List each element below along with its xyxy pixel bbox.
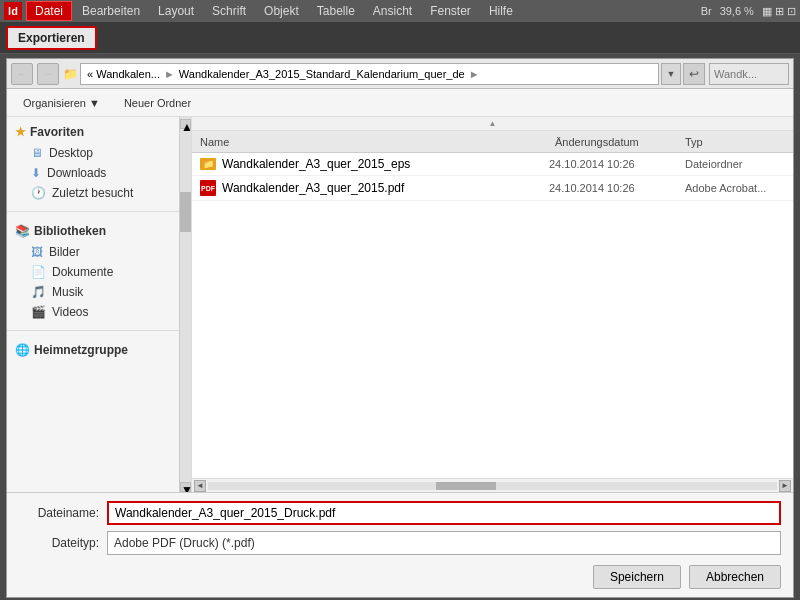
filetype-label: Dateityp: [19,536,99,550]
pdf-file-icon: PDF [200,180,216,196]
nav-search-input[interactable] [709,63,789,85]
organize-toolbar: Organisieren ▼ Neuer Ordner [7,89,793,117]
zoom-level: 39,6 % [720,5,754,17]
export-dialog: ← → 📁 « Wandkalen... ► Wandkalender_A3_2… [6,58,794,598]
back-button[interactable]: ← [11,63,33,85]
app-icon: Id [4,2,22,20]
col-name-header[interactable]: Name [200,136,555,148]
filename-label: Dateiname: [19,506,99,520]
menu-layout[interactable]: Layout [150,2,202,20]
sidebar-item-videos[interactable]: 🎬 Videos [7,302,191,322]
col-date-header[interactable]: Änderungsdatum [555,136,685,148]
menu-bearbeiten[interactable]: Bearbeiten [74,2,148,20]
table-row[interactable]: PDF Wandkalender_A3_quer_2015.pdf 24.10.… [192,176,793,201]
sidebar-music-label: Musik [52,285,83,299]
breadcrumb-arrow: ► [469,68,480,80]
col-type-header[interactable]: Typ [685,136,785,148]
libraries-label: Bibliotheken [34,224,106,238]
file-date-2: 24.10.2014 10:26 [549,182,679,194]
file-name-2: Wandkalender_A3_quer_2015.pdf [222,181,543,195]
doc-icon: 📄 [31,265,46,279]
menu-bar: Id Datei Bearbeiten Layout Schrift Objek… [0,0,800,22]
hscroll-thumb[interactable] [436,482,496,490]
breadcrumb-short: « Wandkalen... [87,68,160,80]
breadcrumb-full: Wandkalender_A3_2015_Standard_Kalendariu… [179,68,465,80]
menu-schrift[interactable]: Schrift [204,2,254,20]
bottom-buttons: Speichern Abbrechen [19,561,781,589]
sidebar-item-music[interactable]: 🎵 Musik [7,282,191,302]
sidebar-item-documents[interactable]: 📄 Dokumente [7,262,191,282]
menu-fenster[interactable]: Fenster [422,2,479,20]
breadcrumb-dropdown[interactable]: ▼ [661,63,681,85]
hscroll-track[interactable] [208,482,777,490]
sidebar-item-desktop[interactable]: 🖥 Desktop [7,143,191,163]
desktop-icon: 🖥 [31,146,43,160]
scrollbar-down[interactable]: ▼ [180,482,191,492]
network-icon: 🌐 [15,343,30,357]
hscroll-left[interactable]: ◄ [194,480,206,492]
breadcrumb-sep: ► [164,68,175,80]
sidebar-divider-2 [7,330,191,331]
view-controls: ▦ ⊞ ⊡ [762,5,796,18]
star-icon: ★ [15,125,26,139]
cancel-button[interactable]: Abbrechen [689,565,781,589]
filetype-input[interactable] [107,531,781,555]
image-icon: 🖼 [31,245,43,259]
network-header[interactable]: 🌐 Heimnetzgruppe [7,339,191,361]
table-row[interactable]: 📁 Wandkalender_A3_quer_2015_eps 24.10.20… [192,153,793,176]
sidebar-images-label: Bilder [49,245,80,259]
sidebar-recent-label: Zuletzt besucht [52,186,133,200]
new-folder-button[interactable]: Neuer Ordner [116,95,199,111]
forward-button[interactable]: → [37,63,59,85]
libraries-header[interactable]: 📚 Bibliotheken [7,220,191,242]
menu-objekt[interactable]: Objekt [256,2,307,20]
libraries-section: 📚 Bibliotheken 🖼 Bilder 📄 Dokumente 🎵 Mu… [7,216,191,326]
file-list: 📁 Wandkalender_A3_quer_2015_eps 24.10.20… [192,153,793,478]
organize-label: Organisieren [23,97,86,109]
menu-hilfe[interactable]: Hilfe [481,2,521,20]
file-name-1: Wandkalender_A3_quer_2015_eps [222,157,543,171]
new-folder-label: Neuer Ordner [124,97,191,109]
library-icon: 📚 [15,224,30,238]
sidebar-item-downloads[interactable]: ⬇ Downloads [7,163,191,183]
sidebar-downloads-label: Downloads [47,166,106,180]
col-date-label: Änderungsdatum [555,136,639,148]
horizontal-scrollbar[interactable]: ◄ ► [192,478,793,492]
menu-datei[interactable]: Datei [26,1,72,21]
export-button[interactable]: Exportieren [6,26,97,50]
menu-ansicht[interactable]: Ansicht [365,2,420,20]
sidebar-divider-1 [7,211,191,212]
file-list-header: Name Änderungsdatum Typ [192,131,793,153]
col-name-label: Name [200,136,229,148]
col-type-label: Typ [685,136,703,148]
network-label: Heimnetzgruppe [34,343,128,357]
clock-icon: 🕐 [31,186,46,200]
breadcrumb-bar[interactable]: « Wandkalen... ► Wandkalender_A3_2015_St… [80,63,659,85]
file-type-1: Dateiordner [685,158,785,170]
nav-bar: ← → 📁 « Wandkalen... ► Wandkalender_A3_2… [7,59,793,89]
br-label: Br [701,5,712,17]
hscroll-right[interactable]: ► [779,480,791,492]
sidebar-item-images[interactable]: 🖼 Bilder [7,242,191,262]
sidebar-item-recent[interactable]: 🕐 Zuletzt besucht [7,183,191,203]
file-date-1: 24.10.2014 10:26 [549,158,679,170]
refresh-button[interactable]: ↩ [683,63,705,85]
filename-input[interactable] [107,501,781,525]
organize-button[interactable]: Organisieren ▼ [15,95,108,111]
filetype-row: Dateityp: [19,531,781,555]
save-button[interactable]: Speichern [593,565,681,589]
menu-tabelle[interactable]: Tabelle [309,2,363,20]
filename-row: Dateiname: [19,501,781,525]
menu-right: Br 39,6 % ▦ ⊞ ⊡ [701,5,796,18]
favorites-header[interactable]: ★ Favoriten [7,121,191,143]
content-area: ★ Favoriten 🖥 Desktop ⬇ Downloads 🕐 Zule… [7,117,793,492]
file-list-area: ▲ Name Änderungsdatum Typ 📁 Wandkalender… [192,117,793,492]
export-toolbar: Exportieren [0,22,800,54]
sidebar-scrollbar[interactable]: ▲ ▼ [179,117,191,492]
network-section: 🌐 Heimnetzgruppe [7,335,191,365]
file-type-2: Adobe Acrobat... [685,182,785,194]
scrollbar-thumb[interactable] [180,192,191,232]
sidebar-videos-label: Videos [52,305,88,319]
folder-icon: 📁 [63,67,78,81]
scrollbar-up[interactable]: ▲ [180,119,191,129]
